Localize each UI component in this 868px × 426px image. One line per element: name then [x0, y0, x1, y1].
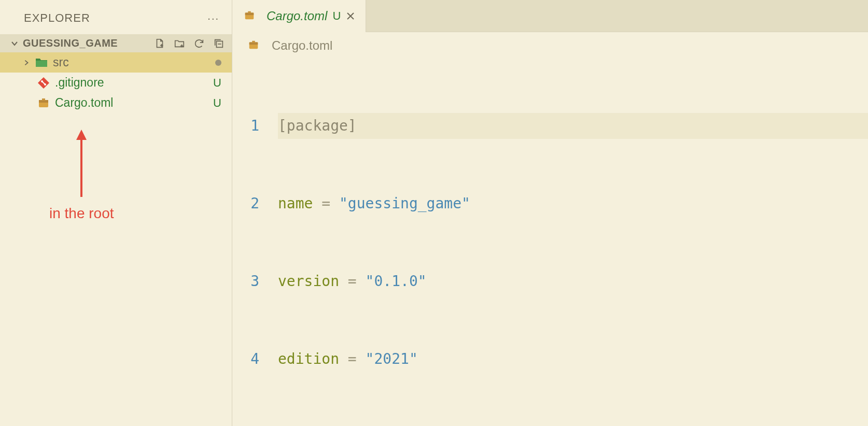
- folder-icon: [35, 56, 48, 69]
- tree-item-label: .gitignore: [55, 76, 213, 90]
- annotation: in the root: [49, 130, 114, 222]
- tab-mod-letter: U: [332, 9, 341, 23]
- explorer-header: EXPLORER ···: [0, 0, 232, 34]
- tab-bar: Cargo.toml U: [232, 0, 868, 32]
- breadcrumb[interactable]: Cargo.toml: [232, 32, 868, 59]
- cargo-icon: [248, 39, 260, 52]
- modified-dot-icon: [215, 60, 221, 66]
- cargo-icon: [37, 97, 50, 109]
- tree-item-label: Cargo.toml: [55, 96, 213, 110]
- project-name: GUESSING_GAME: [23, 37, 118, 49]
- svg-marker-7: [76, 130, 87, 140]
- git-status-letter: U: [213, 76, 221, 90]
- code-line: edition = "2021": [278, 346, 868, 372]
- chevron-down-icon: [10, 39, 19, 48]
- tab-cargo-toml[interactable]: Cargo.toml U: [232, 0, 366, 32]
- explorer-sidebar: EXPLORER ··· GUESSING_GAME: [0, 0, 232, 426]
- editor-pane: Cargo.toml U Cargo.toml 1 2 3 4 5 6 7 8 …: [232, 0, 868, 426]
- line-number: 1: [232, 113, 259, 139]
- line-number: 5: [232, 424, 259, 426]
- line-number: 3: [232, 268, 259, 294]
- code-line: [278, 424, 868, 426]
- tree-item-src[interactable]: src: [0, 52, 232, 73]
- tab-bar-filler: [366, 0, 868, 32]
- git-icon: [37, 77, 50, 89]
- annotation-text: in the root: [49, 205, 114, 222]
- git-status-letter: U: [213, 96, 221, 110]
- explorer-more-icon[interactable]: ···: [207, 12, 219, 24]
- project-header[interactable]: GUESSING_GAME: [0, 34, 232, 52]
- tree-item-label: src: [53, 55, 215, 69]
- arrow-icon: [71, 130, 92, 202]
- close-icon[interactable]: [346, 11, 355, 21]
- explorer-title: EXPLORER: [24, 11, 90, 25]
- svg-rect-13: [252, 41, 255, 43]
- new-folder-icon[interactable]: [174, 38, 185, 49]
- code-editor[interactable]: 1 2 3 4 5 6 7 8 9 [package] name = "gues…: [232, 59, 868, 426]
- svg-rect-10: [248, 11, 251, 13]
- tab-label: Cargo.toml: [267, 9, 327, 23]
- project-actions: [154, 38, 225, 49]
- line-number: 2: [232, 191, 259, 217]
- cargo-icon: [244, 10, 256, 22]
- tree-item-gitignore[interactable]: .gitignore U: [0, 73, 232, 93]
- code-line: version = "0.1.0": [278, 268, 868, 294]
- collapse-all-icon[interactable]: [213, 38, 225, 49]
- project-header-left: GUESSING_GAME: [10, 37, 118, 49]
- tree-item-cargo-toml[interactable]: Cargo.toml U: [0, 93, 232, 113]
- line-number: 4: [232, 346, 259, 372]
- file-tree: src .gitignore U Cargo.toml U: [0, 52, 232, 113]
- new-file-icon[interactable]: [154, 38, 165, 49]
- code-content[interactable]: [package] name = "guessing_game" version…: [278, 61, 868, 426]
- code-line: name = "guessing_game": [278, 191, 868, 217]
- svg-rect-5: [42, 98, 45, 101]
- refresh-icon[interactable]: [193, 38, 205, 49]
- line-gutter: 1 2 3 4 5 6 7 8 9: [232, 61, 278, 426]
- breadcrumb-label: Cargo.toml: [272, 38, 332, 53]
- chevron-right-icon: [23, 59, 30, 66]
- code-line: [package]: [278, 113, 868, 139]
